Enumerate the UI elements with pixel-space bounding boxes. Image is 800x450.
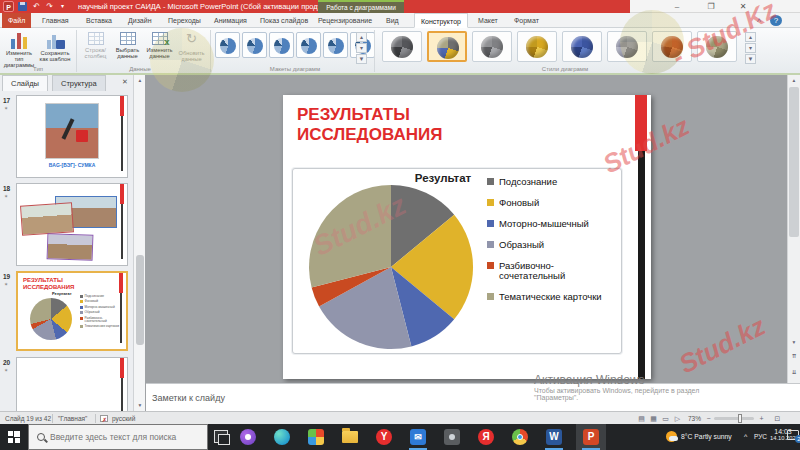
tab-slideshow[interactable]: Показ слайдов (254, 13, 314, 28)
styles-scroll-down-icon[interactable]: ▾ (745, 43, 756, 53)
scroll-down-icon[interactable]: ▾ (788, 337, 800, 348)
pie-chart[interactable] (307, 183, 475, 351)
minimize-button[interactable]: – (664, 0, 690, 13)
chart-style-thumb-5[interactable] (562, 31, 602, 62)
yandex-browser-icon[interactable]: Y (376, 429, 392, 445)
chart-style-thumb-8[interactable] (697, 31, 737, 62)
maximize-button[interactable]: ❐ (698, 0, 724, 13)
camera-icon[interactable] (444, 429, 460, 445)
styles-scroll-up-icon[interactable]: ▴ (745, 32, 756, 42)
tab-design[interactable]: Дизайн (122, 13, 158, 28)
taskbar-search[interactable] (28, 424, 208, 450)
language-indicator[interactable]: русский (112, 415, 135, 422)
action-center-icon[interactable]: 2 (787, 430, 799, 440)
legend-label: Моторно-мышечный (499, 219, 589, 229)
tab-home[interactable]: Главная (36, 13, 75, 28)
scrollbar-thumb[interactable] (136, 255, 144, 345)
slide-scrollbar[interactable]: ▴ ▾ ⇈ ⇊ (787, 75, 800, 383)
undo-icon[interactable]: ↶ (31, 1, 42, 12)
weather-text[interactable]: 8°C Partly sunny (681, 433, 732, 440)
previous-slide-icon[interactable]: ⇈ (788, 351, 800, 362)
chart-layout-thumb-2[interactable] (242, 32, 267, 58)
pie-style-icon (391, 36, 413, 58)
weather-icon[interactable] (666, 431, 677, 442)
chart-layout-thumb-5[interactable] (323, 32, 348, 58)
layouts-more-icon[interactable]: ▼ (356, 54, 367, 64)
chart-style-thumb-7[interactable] (652, 31, 692, 62)
slide-thumbnail-18[interactable] (16, 183, 128, 266)
styles-more-icon[interactable]: ▼ (745, 54, 756, 64)
chart-layout-thumb-1[interactable] (215, 32, 240, 58)
word-icon[interactable]: W (546, 429, 562, 445)
zoom-out-icon[interactable]: − (703, 414, 714, 423)
chart-layout-thumb-3[interactable] (269, 32, 294, 58)
tab-chart-design[interactable]: Конструктор (414, 13, 468, 28)
mail-icon[interactable]: ✉ (410, 429, 426, 445)
close-button[interactable]: ✕ (730, 0, 756, 13)
layouts-scroll-down-icon[interactable]: ▾ (356, 43, 367, 53)
save-icon[interactable] (18, 2, 27, 11)
tab-file[interactable]: Файл (2, 13, 31, 28)
tab-review[interactable]: Рецензирование (312, 13, 378, 28)
chart-layout-thumb-4[interactable] (296, 32, 321, 58)
slide-thumbnail-19-selected[interactable]: РЕЗУЛЬТАТЫ ИССЛЕДОВАНИЯ Результат Подсоз… (16, 271, 128, 351)
chart-style-thumb-2[interactable] (427, 31, 467, 62)
tab-slides[interactable]: Слайды (2, 75, 48, 91)
reading-view-icon[interactable]: ▭ (660, 414, 671, 423)
notes-placeholder[interactable]: Заметки к слайду (152, 393, 225, 403)
notes-pane[interactable]: Заметки к слайду (146, 383, 800, 411)
chart-legend[interactable]: ПодсознаниеФоновыйМоторно-мышечныйОбразн… (487, 177, 615, 313)
fit-to-window-icon[interactable]: ⊡ (772, 414, 783, 423)
zoom-slider[interactable] (714, 417, 754, 420)
slide-title[interactable]: РЕЗУЛЬТАТЫ ИССЛЕДОВАНИЯ (297, 105, 527, 144)
spellcheck-icon[interactable]: ✗ (100, 415, 108, 422)
theme-name[interactable]: "Главная" (58, 415, 87, 422)
hidden-icons-caret[interactable]: ^ (744, 433, 747, 440)
normal-view-icon[interactable]: ▤ (636, 414, 647, 423)
powerpoint-logo-icon[interactable]: P (3, 1, 14, 12)
help-icon[interactable]: ? (770, 15, 782, 26)
zoom-in-icon[interactable]: + (756, 414, 767, 423)
panel-scrollbar[interactable]: ▴ ▾ (133, 75, 145, 411)
chart-style-thumb-6[interactable] (607, 31, 647, 62)
alisa-icon[interactable] (240, 429, 256, 445)
chart-style-thumb-1[interactable] (382, 31, 422, 62)
slideshow-icon[interactable]: ▷ (672, 414, 683, 423)
file-explorer-icon[interactable] (342, 431, 358, 443)
language-switch[interactable]: РУС (754, 433, 767, 440)
scroll-up-icon[interactable]: ▴ (134, 75, 146, 86)
chart-style-thumb-3[interactable] (472, 31, 512, 62)
runner-photo (45, 103, 99, 159)
tab-transitions[interactable]: Переходы (162, 13, 207, 28)
tab-chart-format[interactable]: Формат (508, 13, 545, 28)
redo-icon[interactable]: ↷ (44, 1, 55, 12)
tab-insert[interactable]: Вставка (80, 13, 118, 28)
scrollbar-thumb[interactable] (789, 87, 799, 237)
yandex-icon[interactable]: Я (478, 429, 494, 445)
search-input[interactable] (50, 432, 200, 442)
chart-frame[interactable]: Результат ПодсознаниеФоновыйМоторно-мыше… (292, 168, 622, 354)
slide-thumbnail-17[interactable]: BAG-[БЭГ]- СУМКА (16, 95, 128, 178)
chart-style-thumb-4[interactable] (517, 31, 557, 62)
edge-icon[interactable] (274, 429, 290, 445)
tab-animation[interactable]: Анимация (208, 13, 253, 28)
collapse-ribbon-icon[interactable]: ˄ (752, 15, 766, 26)
scroll-up-icon[interactable]: ▴ (788, 75, 800, 86)
slide-19[interactable]: РЕЗУЛЬТАТЫ ИССЛЕДОВАНИЯ Результат Подсоз… (283, 95, 651, 379)
layouts-scroll-up-icon[interactable]: ▴ (356, 32, 367, 42)
tab-view[interactable]: Вид (380, 13, 405, 28)
next-slide-icon[interactable]: ⇊ (788, 367, 800, 378)
browser-icon[interactable] (512, 429, 528, 445)
tab-outline[interactable]: Структура (52, 75, 106, 91)
tab-chart-layout[interactable]: Макет (472, 13, 504, 28)
qat-dropdown-icon[interactable]: ▾ (57, 1, 68, 12)
start-button[interactable] (0, 424, 28, 450)
slide-sorter-icon[interactable]: ▦ (648, 414, 659, 423)
zoom-level[interactable]: 73% (688, 415, 701, 422)
task-view-icon[interactable] (214, 430, 228, 443)
zoom-slider-thumb[interactable] (738, 414, 742, 423)
powerpoint-taskbar-highlight[interactable]: P (576, 424, 606, 450)
app-grid-icon[interactable] (308, 429, 324, 445)
scroll-down-icon[interactable]: ▾ (134, 400, 146, 411)
close-panel-icon[interactable]: ✕ (122, 78, 128, 86)
